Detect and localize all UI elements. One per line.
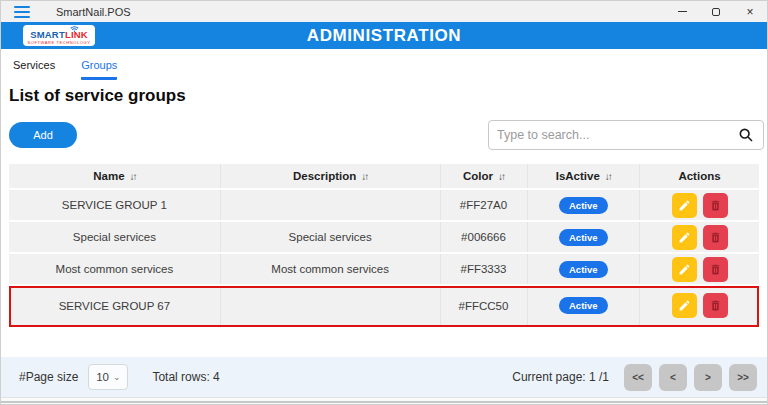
- next-page-button[interactable]: >: [694, 364, 722, 391]
- page-size-label: #Page size: [19, 370, 78, 384]
- maximize-icon: [712, 8, 720, 16]
- section-heading: List of service groups: [1, 80, 767, 106]
- sort-icon: ↓↑: [130, 171, 136, 182]
- window-bottom-edge: [1, 397, 767, 404]
- title-bar: SmartNail.POS ×: [1, 1, 767, 22]
- close-button[interactable]: ×: [733, 1, 767, 22]
- active-badge: Active: [559, 229, 608, 246]
- trash-icon: [709, 199, 722, 212]
- service-groups-table: Name↓↑ Description↓↑ Color↓↑ IsActive↓↑ …: [9, 164, 759, 327]
- hamburger-menu-icon[interactable]: [14, 6, 30, 18]
- cell-actions: [639, 254, 759, 284]
- cell-color: #FF3333: [440, 254, 527, 284]
- sort-icon: ↓↑: [605, 171, 611, 182]
- pencil-icon: [678, 263, 691, 276]
- cell-description: Special services: [220, 222, 440, 252]
- tab-groups[interactable]: Groups: [81, 59, 117, 80]
- table-body: SERVICE GROUP 1#FF27A0ActiveSpecial serv…: [9, 190, 759, 327]
- minimize-button[interactable]: [665, 1, 699, 22]
- chevron-down-icon: ⌄: [113, 372, 121, 382]
- current-page-label: Current page: 1 /1: [512, 370, 609, 384]
- cell-color: #006666: [440, 222, 527, 252]
- column-header-color[interactable]: Color↓↑: [440, 164, 527, 188]
- table-row[interactable]: Special servicesSpecial services#006666A…: [9, 222, 759, 254]
- first-page-button[interactable]: <<: [624, 364, 652, 391]
- search-icon: [738, 127, 754, 143]
- search-box: [488, 120, 764, 150]
- sort-icon: ↓↑: [361, 171, 367, 182]
- table-row[interactable]: SERVICE GROUP 67#FFCC50Active: [9, 286, 759, 327]
- cell-description: [220, 190, 440, 220]
- page-title: ADMINISTRATION: [307, 26, 461, 46]
- tab-bar: Services Groups: [1, 49, 767, 80]
- column-header-actions: Actions: [639, 164, 759, 188]
- pagination-footer: #Page size 10 ⌄ Total rows: 4 Current pa…: [1, 357, 767, 397]
- cell-name: SERVICE GROUP 67: [9, 286, 220, 325]
- cell-name: Most common services: [9, 254, 220, 284]
- table-row[interactable]: Most common servicesMost common services…: [9, 254, 759, 286]
- wifi-icon: [70, 26, 79, 32]
- trash-icon: [709, 263, 722, 276]
- controls-row: Add: [1, 106, 767, 150]
- cell-isactive: Active: [527, 222, 640, 252]
- tab-services[interactable]: Services: [13, 59, 55, 80]
- table-header: Name↓↑ Description↓↑ Color↓↑ IsActive↓↑ …: [9, 164, 759, 190]
- cell-actions: [639, 286, 759, 325]
- pencil-icon: [678, 199, 691, 212]
- table-row[interactable]: SERVICE GROUP 1#FF27A0Active: [9, 190, 759, 222]
- search-input[interactable]: [489, 128, 729, 142]
- add-button[interactable]: Add: [9, 122, 77, 148]
- active-badge: Active: [559, 297, 608, 314]
- pencil-icon: [678, 299, 691, 312]
- pencil-icon: [678, 231, 691, 244]
- active-badge: Active: [559, 261, 608, 278]
- logo-subtitle: SOFTWARE TECHNOLOGY: [28, 41, 91, 45]
- delete-button[interactable]: [703, 193, 728, 218]
- cell-isactive: Active: [527, 190, 640, 220]
- minimize-icon: [678, 11, 687, 12]
- cell-description: [220, 286, 440, 325]
- cell-description: Most common services: [220, 254, 440, 284]
- last-page-button[interactable]: >>: [729, 364, 757, 391]
- active-badge: Active: [559, 197, 608, 214]
- window-title: SmartNail.POS: [56, 6, 131, 18]
- app-header: SMARTLINK SOFTWARE TECHNOLOGY ADMINISTRA…: [1, 22, 767, 49]
- smartlink-logo: SMARTLINK SOFTWARE TECHNOLOGY: [23, 25, 95, 46]
- maximize-button[interactable]: [699, 1, 733, 22]
- page-size-select[interactable]: 10 ⌄: [88, 364, 128, 390]
- cell-name: SERVICE GROUP 1: [9, 190, 220, 220]
- trash-icon: [709, 231, 722, 244]
- cell-isactive: Active: [527, 254, 640, 284]
- delete-button[interactable]: [703, 225, 728, 250]
- column-header-name[interactable]: Name↓↑: [9, 164, 220, 188]
- close-icon: ×: [746, 5, 753, 19]
- search-button[interactable]: [729, 121, 763, 149]
- edit-button[interactable]: [672, 225, 697, 250]
- cell-name: Special services: [9, 222, 220, 252]
- cell-actions: [639, 190, 759, 220]
- edit-button[interactable]: [672, 257, 697, 282]
- column-header-isactive[interactable]: IsActive↓↑: [527, 164, 640, 188]
- cell-isactive: Active: [527, 286, 640, 325]
- delete-button[interactable]: [703, 293, 728, 318]
- edit-button[interactable]: [672, 193, 697, 218]
- total-rows-label: Total rows: 4: [152, 370, 219, 384]
- edit-button[interactable]: [672, 293, 697, 318]
- cell-color: #FFCC50: [440, 286, 527, 325]
- logo-text: SMARTLINK: [30, 30, 88, 40]
- cell-color: #FF27A0: [440, 190, 527, 220]
- column-header-description[interactable]: Description↓↑: [220, 164, 440, 188]
- delete-button[interactable]: [703, 257, 728, 282]
- prev-page-button[interactable]: <: [659, 364, 687, 391]
- sort-icon: ↓↑: [498, 171, 504, 182]
- cell-actions: [639, 222, 759, 252]
- trash-icon: [709, 299, 722, 312]
